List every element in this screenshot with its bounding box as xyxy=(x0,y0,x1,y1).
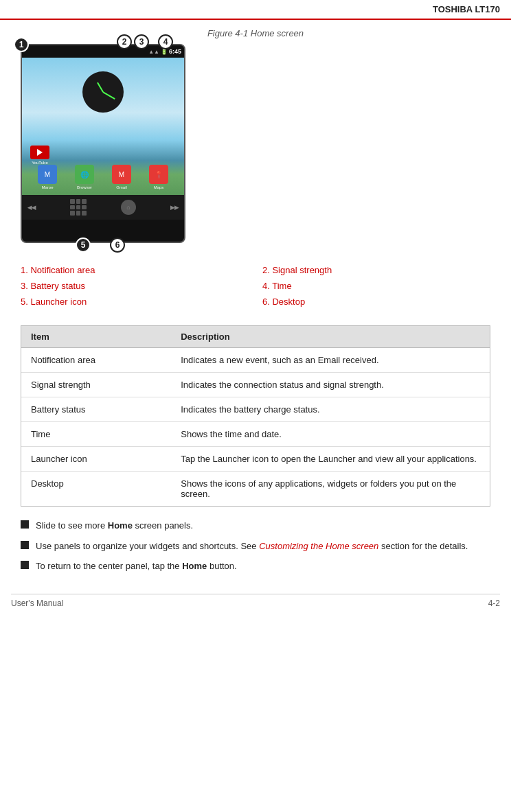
back-button: ◀◀ xyxy=(27,205,36,211)
app-label-gmail: Gmail xyxy=(116,185,127,189)
table-cell-item: Battery status xyxy=(21,397,171,422)
bullet-text-2: Use panels to organize your widgets and … xyxy=(36,540,490,553)
bullet-square-1 xyxy=(21,520,29,529)
legend-item-6: 6. Desktop xyxy=(262,295,490,310)
bullet-section: Slide to see more Home screen panels. Us… xyxy=(21,519,490,573)
figure-title: Figure 4-1 Home screen xyxy=(0,28,511,38)
menu-button: ▶▶ xyxy=(170,205,179,211)
callout-5: 5 xyxy=(76,237,91,253)
page-header: TOSHIBA LT170 xyxy=(0,0,511,20)
device-bottom-bar: ◀◀ ⌂ ▶▶ xyxy=(22,195,184,220)
callout-1: 1 xyxy=(14,37,29,52)
bullet-text-1: Slide to see more Home screen panels. xyxy=(36,519,490,533)
legend-area: 1. Notification area 2. Signal strength … xyxy=(0,257,511,316)
table-header-item: Item xyxy=(21,326,171,348)
table-header-description: Description xyxy=(171,326,490,348)
bullet-text-3: To return to the center panel, tap the H… xyxy=(36,559,490,573)
home-button-device: ⌂ xyxy=(121,200,136,215)
table-row: Battery status Indicates the battery cha… xyxy=(21,397,490,422)
table-cell-desc: Shows the icons of any applications, wid… xyxy=(171,472,490,507)
description-table: Item Description Notification area Indic… xyxy=(21,325,490,507)
table-row: Desktop Shows the icons of any applicati… xyxy=(21,472,490,507)
app-label-maroe: Maroe xyxy=(41,185,53,189)
callout-2: 2 xyxy=(117,34,132,49)
customizing-link[interactable]: Customizing the Home screen xyxy=(259,541,378,551)
legend-item-3: 3. Battery status xyxy=(21,279,249,294)
table-cell-desc: Indicates the battery charge status. xyxy=(171,397,490,422)
device-wrapper: 1 2 3 4 ▲▲ 🔋 6:45 xyxy=(21,44,185,243)
legend-item-5: 5. Launcher icon xyxy=(21,295,249,310)
app-icon-maps: 📍 Maps xyxy=(149,165,168,189)
figure-area: 1 2 3 4 ▲▲ 🔋 6:45 xyxy=(0,44,511,243)
table-cell-desc: Shows the time and date. xyxy=(171,422,490,447)
bullet-item-2: Use panels to organize your widgets and … xyxy=(21,540,490,553)
table-row: Notification area Indicates a new event,… xyxy=(21,348,490,373)
page-footer: User's Manual 4-2 xyxy=(11,594,500,608)
bullet-item-1: Slide to see more Home screen panels. xyxy=(21,519,490,533)
legend-item-1: 1. Notification area xyxy=(21,264,249,278)
table-row: Signal strength Indicates the connection… xyxy=(21,373,490,397)
table-cell-item: Time xyxy=(21,422,171,447)
footer-right: 4-2 xyxy=(488,599,500,608)
table-cell-item: Launcher icon xyxy=(21,447,171,472)
app-icon-browser: 🌐 Browser xyxy=(75,165,94,189)
clock-hand-hour xyxy=(97,82,104,93)
footer-left: User's Manual xyxy=(11,599,63,608)
legend-item-4: 4. Time xyxy=(262,279,490,294)
youtube-area: YouTube xyxy=(30,146,49,165)
apps-grid-icon xyxy=(70,199,87,216)
table-cell-item: Desktop xyxy=(21,472,171,507)
clock-widget xyxy=(82,71,124,113)
clock-hand-minute xyxy=(103,91,115,99)
table-cell-item: Notification area xyxy=(21,348,171,373)
table-cell-desc: Tap the Launcher icon to open the Launch… xyxy=(171,447,490,472)
table-cell-item: Signal strength xyxy=(21,373,171,397)
table-cell-desc: Indicates the connection status and sign… xyxy=(171,373,490,397)
header-title: TOSHIBA LT170 xyxy=(433,4,500,14)
table-row: Time Shows the time and date. xyxy=(21,422,490,447)
callout-3: 3 xyxy=(134,34,149,49)
youtube-icon xyxy=(30,146,49,159)
table-row: Launcher icon Tap the Launcher icon to o… xyxy=(21,447,490,472)
table-cell-desc: Indicates a new event, such as an Email … xyxy=(171,348,490,373)
bullet-square-2 xyxy=(21,541,29,549)
callout-6: 6 xyxy=(110,237,125,253)
callout-4: 4 xyxy=(158,34,173,49)
app-label-maps: Maps xyxy=(154,185,164,189)
legend-item-2: 2. Signal strength xyxy=(262,264,490,278)
app-icon-maroe: M Maroe xyxy=(38,165,57,189)
device-screen: M Maroe 🌐 Browser M Gmail xyxy=(22,58,184,195)
app-label-browser: Browser xyxy=(77,185,92,189)
app-row: M Maroe 🌐 Browser M Gmail xyxy=(22,165,184,189)
bullet-square-3 xyxy=(21,561,29,569)
status-time: 6:45 xyxy=(169,48,181,55)
device-mockup: ▲▲ 🔋 6:45 M Maroe xyxy=(21,44,185,243)
bullet-item-3: To return to the center panel, tap the H… xyxy=(21,559,490,573)
app-icon-gmail: M Gmail xyxy=(112,165,131,189)
